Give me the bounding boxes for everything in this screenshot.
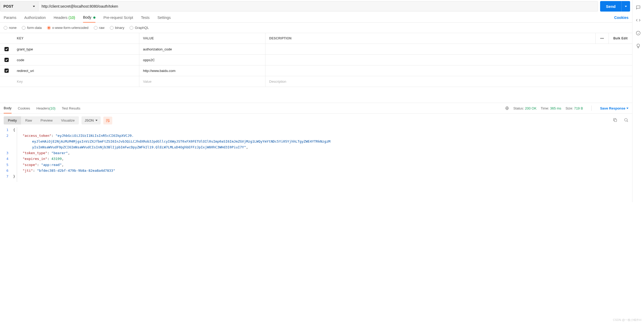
url-value: http://client:secret@localhost:8080/oaut… — [42, 4, 118, 8]
chevron-down-icon — [626, 108, 628, 109]
response-status: Status: 200 OK Time: 365 ms Size: 719 B — [505, 106, 583, 110]
view-mode-segment: Pretty Raw Preview Visualize — [4, 116, 79, 124]
chevron-down-icon — [625, 6, 627, 7]
wrap-icon — [105, 118, 110, 123]
info-button[interactable] — [636, 30, 641, 37]
tab-tests[interactable]: Tests — [141, 15, 150, 22]
radio-icon — [22, 26, 25, 30]
col-desc-header: DESCRIPTION — [265, 33, 595, 44]
tab-settings[interactable]: Settings — [157, 15, 171, 22]
copy-button[interactable] — [613, 118, 617, 123]
value-placeholder[interactable]: Value — [139, 76, 265, 87]
response-tabs: Body Cookies Headers (10) Test Results S… — [0, 103, 632, 114]
row-checkbox[interactable] — [4, 58, 9, 62]
svg-point-2 — [625, 118, 627, 121]
svg-rect-1 — [614, 119, 617, 122]
chevron-down-icon — [95, 120, 98, 121]
tab-headers[interactable]: Headers (10) — [54, 15, 75, 22]
bulb-icon — [636, 43, 641, 49]
col-key-header: KEY — [13, 33, 139, 44]
resp-tab-headers[interactable]: Headers (10) — [37, 103, 55, 113]
value-cell[interactable]: authorization_code — [139, 44, 265, 54]
radio-icon — [110, 26, 114, 30]
http-method-select[interactable]: POST — [0, 1, 38, 12]
radio-none[interactable]: none — [4, 26, 17, 30]
comment-icon — [636, 5, 641, 10]
comments-button[interactable] — [636, 5, 641, 11]
radio-urlencoded[interactable]: x-www-form-urlencoded — [47, 26, 89, 30]
bulk-edit-button[interactable]: Bulk Edit — [609, 33, 632, 44]
radio-raw[interactable]: raw — [94, 26, 105, 30]
right-sidebar — [632, 0, 644, 202]
radio-icon — [130, 26, 133, 30]
tab-body[interactable]: Body — [83, 15, 96, 23]
url-input[interactable]: http://client:secret@localhost:8080/oaut… — [38, 1, 598, 12]
body-type-radios: none form-data x-www-form-urlencoded raw… — [0, 23, 632, 33]
tab-authorization[interactable]: Authorization — [24, 15, 46, 22]
radio-binary[interactable]: binary — [110, 26, 124, 30]
more-options-button[interactable]: ••• — [595, 33, 609, 44]
col-value-header: VALUE — [139, 33, 265, 44]
globe-icon — [505, 106, 509, 110]
table-row: redirect_uri http://www.baidu.com — [0, 65, 632, 76]
key-placeholder[interactable]: Key — [13, 76, 139, 87]
key-cell[interactable]: code — [13, 55, 139, 65]
chevron-down-icon — [33, 6, 35, 7]
table-row: code opps2C — [0, 55, 632, 65]
desc-cell[interactable] — [265, 65, 595, 76]
dot-indicator-icon — [93, 17, 95, 19]
row-checkbox[interactable] — [4, 47, 9, 51]
view-preview[interactable]: Preview — [36, 116, 57, 124]
radio-icon — [94, 26, 98, 30]
value-cell[interactable]: opps2C — [139, 55, 265, 65]
code-snippet-button[interactable] — [636, 18, 641, 24]
view-visualize[interactable]: Visualize — [57, 116, 79, 124]
code-icon — [636, 18, 641, 23]
language-select[interactable]: JSON — [81, 116, 101, 124]
key-cell[interactable]: grant_type — [13, 44, 139, 54]
view-pretty[interactable]: Pretty — [4, 116, 21, 124]
resp-tab-tests[interactable]: Test Results — [62, 103, 80, 113]
related-button[interactable] — [636, 43, 641, 49]
desc-cell[interactable] — [265, 55, 595, 65]
copy-icon — [613, 118, 617, 122]
tab-prerequest[interactable]: Pre-request Script — [103, 15, 133, 22]
wrap-lines-button[interactable] — [103, 117, 112, 124]
table-row: grant_type authorization_code — [0, 44, 632, 55]
row-checkbox[interactable] — [4, 69, 9, 73]
search-button[interactable] — [624, 118, 628, 123]
tab-params[interactable]: Params — [4, 15, 16, 22]
radio-icon — [47, 26, 51, 30]
radio-icon — [4, 26, 7, 30]
view-raw[interactable]: Raw — [21, 116, 36, 124]
body-params-table: KEY VALUE DESCRIPTION ••• Bulk Edit gran… — [0, 33, 632, 87]
send-dropdown[interactable] — [621, 1, 630, 12]
save-response-button[interactable]: Save Response — [600, 106, 628, 110]
desc-placeholder[interactable]: Description — [265, 76, 595, 87]
value-cell[interactable]: http://www.baidu.com — [139, 65, 265, 76]
send-button[interactable]: Send — [600, 1, 630, 12]
resp-tab-body[interactable]: Body — [4, 103, 12, 113]
response-body-viewer[interactable]: 1{ 2"access_token": "eyJhbGciOiJIUzI1NiI… — [0, 127, 632, 182]
table-row-empty: Key Value Description — [0, 76, 632, 87]
radio-graphql[interactable]: GraphQL — [130, 26, 149, 30]
info-icon — [636, 30, 641, 36]
request-tabs: Params Authorization Headers (10) Body P… — [0, 12, 632, 23]
http-method-label: POST — [3, 4, 13, 8]
search-icon — [624, 118, 628, 122]
response-viewer-toolbar: Pretty Raw Preview Visualize JSON — [0, 114, 632, 127]
cookies-link[interactable]: Cookies — [614, 15, 628, 22]
key-cell[interactable]: redirect_uri — [13, 65, 139, 76]
radio-formdata[interactable]: form-data — [22, 26, 42, 30]
desc-cell[interactable] — [265, 44, 595, 54]
resp-tab-cookies[interactable]: Cookies — [18, 103, 30, 113]
